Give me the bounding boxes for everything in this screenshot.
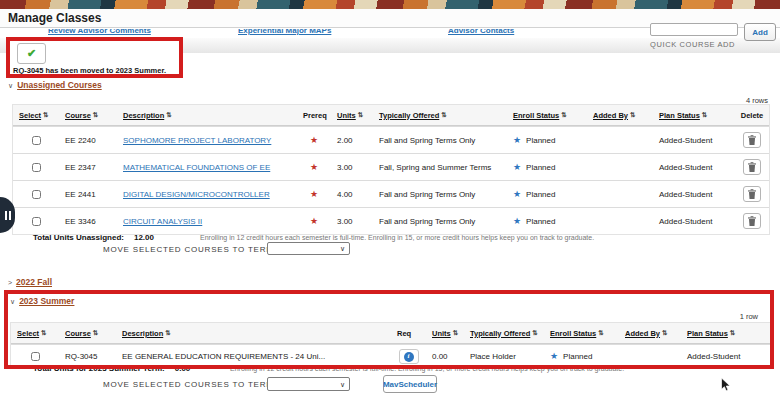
- header-description[interactable]: Description⇅: [116, 329, 391, 338]
- section-title-unassigned[interactable]: Unassigned Courses: [17, 80, 102, 90]
- select-checkbox[interactable]: [32, 217, 41, 226]
- plan-status-value: Added-Student: [653, 190, 733, 199]
- quick-course-add-input[interactable]: [650, 23, 738, 36]
- section-title-2022-fall[interactable]: 2022 Fall: [16, 277, 52, 287]
- total-units-summer: Total Units for 2023 Summer Term: 0.00: [33, 364, 190, 373]
- header-enroll-status[interactable]: Enroll Status⇅: [507, 111, 587, 120]
- header-select[interactable]: Select⇅: [11, 329, 59, 338]
- trash-icon: [747, 135, 757, 146]
- link-experiential-major-maps[interactable]: Experiential Major MAPs: [238, 29, 331, 35]
- table-row: EE 2441 DIGITAL DESIGN/MICROCONTROLLER ★…: [13, 180, 769, 207]
- link-advisor-contacts[interactable]: Advisor Contacts: [448, 29, 514, 35]
- typically-offered-value: Place Holder: [464, 352, 544, 361]
- header-course[interactable]: Course⇅: [59, 329, 116, 338]
- delete-button[interactable]: [743, 213, 761, 229]
- plan-status-value: Added-Student: [681, 352, 773, 361]
- total-units-value: 12.00: [134, 233, 154, 242]
- mavscheduler-button[interactable]: MavScheduler: [383, 375, 437, 393]
- planned-star-icon: ★: [513, 190, 521, 199]
- move-courses-label: MOVE SELECTED COURSES TO TERM: [103, 380, 274, 389]
- decorative-banner: [0, 0, 780, 9]
- course-description-link[interactable]: CIRCUIT ANALYSIS II: [123, 217, 202, 226]
- select-checkbox[interactable]: [32, 136, 41, 145]
- typically-offered-value: Fall and Spring Terms Only: [373, 190, 507, 199]
- delete-button[interactable]: [743, 186, 761, 202]
- info-icon: i: [404, 352, 414, 362]
- course-description-link[interactable]: SOPHOMORE PROJECT LABORATORY: [123, 136, 271, 145]
- units-value: 2.00: [331, 136, 373, 145]
- add-button[interactable]: Add: [744, 23, 776, 41]
- units-value: 3.00: [331, 163, 373, 172]
- section-toggle-2023-summer[interactable]: ∨ 2023 Summer: [10, 296, 74, 306]
- link-review-advisor-comments[interactable]: Review Advisor Comments: [48, 29, 151, 35]
- success-check-box: ✔: [17, 43, 46, 64]
- section-toggle-2022-fall[interactable]: > 2022 Fall: [8, 277, 52, 287]
- mouse-cursor: [720, 377, 732, 393]
- course-description-link[interactable]: DIGITAL DESIGN/MICROCONTROLLER: [123, 190, 270, 199]
- delete-button[interactable]: [743, 159, 761, 175]
- pause-icon: [5, 211, 7, 220]
- header-added-by[interactable]: Added By⇅: [587, 111, 653, 120]
- sort-icon: ⇅: [532, 329, 537, 337]
- total-units-label: Total Units for 2023 Summer Term:: [33, 364, 165, 373]
- requirement-info-button[interactable]: i: [399, 349, 419, 364]
- header-added-by[interactable]: Added By⇅: [619, 329, 681, 338]
- section-title-2023-summer[interactable]: 2023 Summer: [19, 296, 74, 306]
- select-checkbox[interactable]: [32, 190, 41, 199]
- total-units-label: Total Units Unassigned:: [33, 233, 124, 242]
- delete-button[interactable]: [743, 132, 761, 148]
- trash-icon: [747, 162, 757, 173]
- page-title: Manage Classes: [8, 11, 101, 25]
- prereq-star-icon: ★: [310, 136, 318, 145]
- planned-star-icon: ★: [550, 352, 558, 361]
- table-row: EE 2347 MATHEMATICAL FOUNDATIONS OF EE ★…: [13, 153, 769, 180]
- enrollment-note: Enrolling in 12 credit hours each semest…: [200, 234, 594, 241]
- sort-icon: ⇅: [662, 329, 667, 337]
- sort-icon: ⇅: [166, 111, 171, 119]
- header-units[interactable]: Units⇅: [331, 111, 373, 120]
- section-toggle-unassigned-courses[interactable]: ∨ Unassigned Courses: [8, 80, 102, 90]
- course-code: RQ-3045: [59, 352, 116, 361]
- select-checkbox[interactable]: [31, 352, 40, 361]
- typically-offered-value: Fall and Spring Terms Only: [373, 217, 507, 226]
- prereq-star-icon: ★: [310, 163, 318, 172]
- header-select[interactable]: Select⇅: [13, 111, 59, 120]
- header-prereq: Prereq: [297, 111, 331, 120]
- header-course[interactable]: Course⇅: [59, 111, 117, 120]
- course-description-link[interactable]: MATHEMATICAL FOUNDATIONS OF EE: [123, 163, 270, 172]
- typically-offered-value: Fall, Spring and Summer Terms: [373, 163, 507, 172]
- sort-icon: ⇅: [453, 329, 458, 337]
- enrollment-note: Enrolling in 12 credit hours each semest…: [230, 365, 624, 372]
- header-plan-status[interactable]: Plan Status⇅: [653, 111, 733, 120]
- success-toast: ✔ RQ-3045 has been moved to 2023 Summer.: [9, 40, 180, 76]
- course-code: EE 3346: [59, 217, 117, 226]
- header-description[interactable]: Description⇅: [117, 111, 297, 120]
- chevron-down-icon: ∨: [10, 298, 15, 305]
- sort-icon: ⇅: [41, 329, 46, 337]
- check-icon: ✔: [27, 48, 36, 59]
- plan-status-value: Added-Student: [653, 136, 733, 145]
- sort-icon: ⇅: [598, 329, 603, 337]
- total-units-value: 0.00: [175, 364, 191, 373]
- course-code: EE 2347: [59, 163, 117, 172]
- units-value: 4.00: [331, 190, 373, 199]
- header-plan-status[interactable]: Plan Status⇅: [681, 329, 773, 338]
- sort-icon: ⇅: [441, 111, 446, 119]
- advisor-links-row: Review Advisor Comments Experiential Maj…: [0, 29, 640, 38]
- sort-icon: ⇅: [561, 111, 566, 119]
- units-value: 0.00: [426, 352, 464, 361]
- prereq-star-icon: ★: [310, 217, 318, 226]
- sort-icon: ⇅: [730, 329, 735, 337]
- chevron-right-icon: >: [8, 279, 12, 286]
- select-checkbox[interactable]: [32, 163, 41, 172]
- header-typically-offered[interactable]: Typically Offered⇅: [464, 329, 544, 338]
- typically-offered-value: Fall and Spring Terms Only: [373, 136, 507, 145]
- sort-icon: ⇅: [358, 111, 363, 119]
- move-term-select[interactable]: ∨: [267, 377, 350, 391]
- header-typically-offered[interactable]: Typically Offered⇅: [373, 111, 507, 120]
- header-enroll-status[interactable]: Enroll Status⇅: [544, 329, 619, 338]
- move-term-select[interactable]: ∨: [267, 242, 350, 255]
- header-units[interactable]: Units⇅: [426, 329, 464, 338]
- sort-icon: ⇅: [93, 111, 98, 119]
- chevron-down-icon: ∨: [340, 381, 345, 388]
